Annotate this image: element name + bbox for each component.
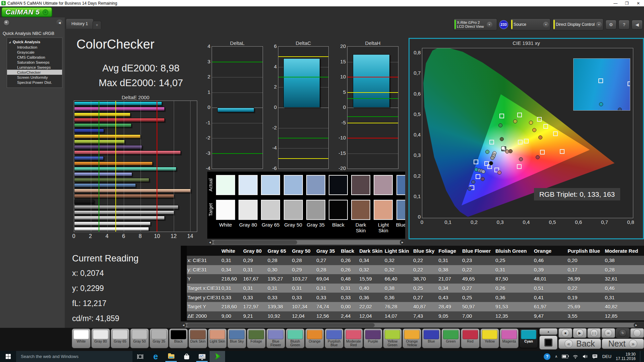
patch-button-cyan[interactable]: Cyan: [519, 328, 538, 348]
patch-button-magenta[interactable]: Magenta: [500, 328, 519, 348]
action-center-icon[interactable]: [592, 354, 598, 359]
source-label: Source: [514, 22, 526, 26]
meter-count-badge[interactable]: 233: [499, 20, 508, 29]
patch-button-purple[interactable]: Purple: [364, 328, 382, 348]
pattern-window-button[interactable]: [539, 336, 557, 350]
cell-orange-target-x-cie31: 0,51: [533, 284, 567, 293]
help-tray-icon[interactable]: ?: [544, 353, 550, 360]
calman-taskbar-button[interactable]: [210, 351, 225, 362]
scroll-right-icon[interactable]: ►: [634, 323, 639, 327]
task-view-button[interactable]: [132, 351, 148, 362]
settings-button[interactable]: ⚙: [605, 20, 616, 29]
patch-button-purplish-blue[interactable]: Purplish Blue: [325, 328, 343, 348]
patch-button-gray-50[interactable]: Gray 50: [130, 328, 149, 348]
source-dropdown[interactable]: Source ▼: [510, 18, 550, 31]
patch-button-green[interactable]: Green: [441, 328, 460, 348]
patch-button-blue-sky[interactable]: Blue Sky: [227, 328, 246, 348]
scrollbar-thumb[interactable]: [187, 323, 375, 327]
tray-chevron-icon[interactable]: ∧: [555, 354, 557, 359]
wifi-icon[interactable]: [573, 354, 578, 359]
tree-expanded-icon[interactable]: [9, 41, 11, 43]
sidebar-item-grayscale[interactable]: Grayscale: [7, 50, 62, 55]
chevron-down-icon[interactable]: ▼: [487, 22, 492, 27]
cie-target-square: [553, 131, 558, 136]
file-explorer-button[interactable]: [163, 351, 179, 362]
patch-button-gray-65[interactable]: Gray 65: [111, 328, 129, 348]
edge-browser-button[interactable]: e: [148, 351, 163, 362]
scroll-right-icon[interactable]: ►: [400, 240, 405, 245]
taskbar-search-input[interactable]: Search the web and Windows: [16, 351, 132, 362]
show-desktop-button[interactable]: [640, 351, 642, 362]
display-control-dropdown[interactable]: Direct Display Control ▼: [552, 18, 603, 31]
expand-controls-button[interactable]: ▲: [539, 328, 557, 335]
sidebar-item-luminance-sweeps[interactable]: Luminance Sweeps: [7, 65, 62, 70]
patch-button-orange-yellow[interactable]: Orange Yellow: [402, 328, 421, 348]
windows-store-button[interactable]: [179, 351, 194, 362]
meter-dropdown[interactable]: X-Rite i1Pro 2LCD Direct View ▼: [453, 18, 497, 31]
patch-button-gray-80[interactable]: Gray 80: [91, 328, 110, 348]
swatch-scrollbar[interactable]: ◄ ►: [207, 240, 405, 245]
patch-color-chip: [307, 330, 322, 339]
patch-button-moderate-red[interactable]: Moderate Red: [344, 328, 363, 348]
sidebar-item-saturation-sweeps[interactable]: Saturation Sweeps: [7, 60, 62, 65]
chevron-down-icon[interactable]: ▼: [596, 22, 602, 27]
patch-button-gray-35[interactable]: Gray 35: [150, 328, 168, 348]
reference-line: [212, 62, 263, 62]
logo-dropdown-icon[interactable]: ▼: [43, 9, 48, 15]
patch-button-dark-skin[interactable]: Dark Skin: [189, 328, 207, 348]
scroll-left-icon[interactable]: ◄: [207, 240, 213, 245]
add-tab-button[interactable]: +: [93, 21, 101, 29]
read-series-button[interactable]: [··]: [587, 328, 601, 338]
calman-logo[interactable]: CalMAN 5 ▼: [1, 7, 52, 17]
help-button[interactable]: ?: [619, 20, 630, 29]
next-button[interactable]: Next »: [602, 339, 644, 349]
sidebar-item-screen-uniformity[interactable]: Screen Uniformity: [7, 75, 62, 80]
sidebar-item-spectral-power-dist-[interactable]: Spectral Power Dist.: [7, 80, 62, 85]
cell-black-y: 0,48: [340, 274, 359, 284]
collapse-panel-button[interactable]: ◀: [632, 20, 643, 29]
sidebar-item-introduction[interactable]: Introduction: [7, 45, 62, 50]
battery-icon[interactable]: [562, 355, 568, 358]
language-indicator[interactable]: DEU: [602, 354, 611, 359]
refresh-button[interactable]: ↻: [616, 328, 630, 338]
back-button[interactable]: « Back: [558, 339, 601, 349]
restore-button[interactable]: ❐: [621, 0, 633, 6]
blank-button[interactable]: [630, 328, 644, 338]
patch-button-bluish-green[interactable]: Bluish Green: [286, 328, 305, 348]
patch-label: Bluish Green: [286, 340, 304, 347]
record-indicator-icon[interactable]: [3, 19, 10, 26]
sidebar-collapse-button[interactable]: ◀: [56, 19, 63, 26]
tab-history-1[interactable]: History 1: [66, 18, 94, 29]
patch-button-orange[interactable]: Orange: [305, 328, 324, 348]
patch-button-white[interactable]: White: [72, 328, 91, 348]
speaker-icon[interactable]: [583, 354, 588, 359]
patch-button-foliage[interactable]: Foliage: [247, 328, 266, 348]
minimize-button[interactable]: —: [610, 0, 621, 6]
patch-button-red[interactable]: Red: [461, 328, 480, 348]
patch-button-light-skin[interactable]: Light Skin: [208, 328, 227, 348]
sidebar-item-colorchecker[interactable]: ColorChecker: [7, 70, 62, 75]
patch-button-yellow[interactable]: Yellow: [480, 328, 499, 348]
cie-y-tick: 0,5: [411, 111, 421, 117]
patch-color-chip: [112, 330, 128, 339]
play-button[interactable]: ▶: [573, 328, 587, 338]
start-button[interactable]: [0, 351, 16, 362]
stop-button[interactable]: ■: [558, 328, 572, 338]
monitor-tool-button[interactable]: [194, 351, 210, 362]
patch-button-yellow-green[interactable]: Yellow Green: [383, 328, 402, 348]
deltae-bar-red: [74, 118, 165, 122]
table-scrollbar[interactable]: ◄ ►: [181, 323, 639, 327]
patch-button-blue-flower[interactable]: Blue Flower: [266, 328, 285, 348]
patch-button-black[interactable]: Black: [169, 328, 188, 348]
taskbar-clock[interactable]: 19:3017.11.2016: [616, 352, 636, 361]
gridline: [174, 101, 174, 232]
patch-button-blue[interactable]: Blue: [422, 328, 441, 348]
scrollbar-thumb[interactable]: [213, 240, 297, 244]
scroll-left-icon[interactable]: ◄: [181, 323, 186, 327]
chevron-down-icon[interactable]: ▼: [543, 22, 549, 27]
sidebar-item-cms-calibration[interactable]: CMS Calibration: [7, 55, 62, 60]
close-button[interactable]: ✕: [633, 0, 644, 6]
cell-gray-50-x-cie31: 0,28: [291, 256, 316, 265]
continuous-read-button[interactable]: ∞: [601, 328, 615, 338]
sidebar-item-quick-analysis[interactable]: Quick Analysis: [7, 39, 62, 45]
